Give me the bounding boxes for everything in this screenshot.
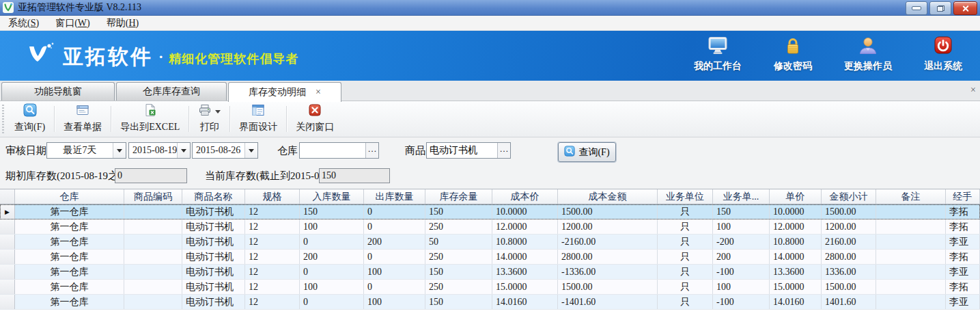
table-cell[interactable]: 150 (425, 204, 492, 219)
column-header[interactable]: 业务单... (713, 189, 770, 204)
table-cell[interactable]: 第一仓库 (15, 204, 124, 219)
table-cell[interactable] (876, 250, 946, 264)
table-cell[interactable]: 10.8000 (492, 235, 558, 249)
table-cell[interactable]: 李拓 (946, 250, 980, 264)
table-cell[interactable]: 电动订书机 (182, 265, 245, 279)
table-cell[interactable]: 200 (713, 250, 770, 264)
row-selector-cell[interactable] (0, 295, 15, 309)
table-cell[interactable]: 1500.00 (558, 204, 658, 219)
column-header[interactable]: 商品名称 (182, 189, 245, 204)
table-cell[interactable] (124, 250, 182, 264)
table-cell[interactable] (124, 265, 182, 279)
table-cell[interactable]: 150 (713, 204, 770, 219)
table-cell[interactable]: 1500.00 (822, 280, 876, 294)
table-cell[interactable]: 1401.60 (822, 295, 876, 309)
table-cell[interactable]: 第一仓库 (15, 280, 124, 294)
lookup-ellipsis-button[interactable]: … (497, 143, 510, 158)
table-cell[interactable]: 14.0000 (492, 250, 558, 264)
product-input[interactable] (427, 143, 497, 158)
table-cell[interactable]: 第一仓库 (15, 235, 124, 249)
row-selector-cell[interactable] (0, 250, 15, 264)
table-cell[interactable]: 电动订书机 (182, 235, 245, 249)
table-cell[interactable]: 0 (300, 235, 364, 249)
chevron-down-icon[interactable] (215, 110, 221, 114)
table-cell[interactable]: 13.3600 (770, 265, 822, 279)
menu-system[interactable]: 系统(S) (0, 16, 47, 30)
toolbar-grip[interactable] (1, 105, 5, 133)
table-cell[interactable]: 2800.00 (822, 250, 876, 264)
dropdown-button[interactable] (113, 143, 126, 158)
date-from-combobox[interactable]: 2015-08-19 (128, 142, 191, 159)
row-selector-cell[interactable]: ▶ (0, 204, 15, 219)
table-cell[interactable]: 12.0000 (492, 219, 558, 234)
table-cell[interactable]: 只 (658, 295, 713, 309)
table-cell[interactable]: 电动订书机 (182, 204, 245, 219)
ui-design-button[interactable]: 界面设计 (231, 101, 285, 137)
tab-close-icon[interactable]: × (316, 88, 321, 97)
column-header[interactable]: 金额小计 (822, 189, 876, 204)
query-button[interactable]: 查询(F) (6, 101, 53, 137)
table-cell[interactable]: 只 (658, 265, 713, 279)
row-selector-cell[interactable] (0, 219, 15, 234)
table-cell[interactable]: 15.0000 (492, 280, 558, 294)
table-cell[interactable]: 10.0000 (492, 204, 558, 219)
table-cell[interactable]: 2800.00 (558, 250, 658, 264)
export-excel-button[interactable]: 导出到EXCEL (112, 101, 188, 137)
table-cell[interactable]: 12 (245, 280, 300, 294)
change-password-button[interactable]: 修改密码 (766, 36, 820, 72)
table-cell[interactable]: 12.0000 (770, 219, 822, 234)
column-header[interactable]: 经手 (946, 189, 980, 204)
table-cell[interactable]: 10.0000 (770, 204, 822, 219)
table-cell[interactable]: 12 (245, 265, 300, 279)
table-cell[interactable]: 电动订书机 (182, 250, 245, 264)
table-cell[interactable]: 只 (658, 204, 713, 219)
table-cell[interactable]: 第一仓库 (15, 250, 124, 264)
column-header[interactable]: 仓库 (15, 189, 124, 204)
table-cell[interactable]: 100 (364, 295, 425, 309)
warehouse-input[interactable] (300, 143, 365, 158)
table-row[interactable]: 第一仓库电动订书机12010015014.0160-1401.60只-10014… (0, 295, 980, 310)
table-cell[interactable]: -100 (713, 295, 770, 309)
table-cell[interactable]: 只 (658, 250, 713, 264)
table-cell[interactable]: 13.3600 (492, 265, 558, 279)
table-cell[interactable]: 李拓 (946, 219, 980, 234)
table-cell[interactable]: 250 (425, 219, 492, 234)
table-cell[interactable]: 第一仓库 (15, 219, 124, 234)
table-cell[interactable]: 14.0160 (770, 295, 822, 309)
table-row[interactable]: 第一仓库电动订书机1202005010.8000-2160.00只-20010.… (0, 235, 980, 250)
exit-system-button[interactable]: 退出系统 (916, 36, 970, 72)
table-cell[interactable]: 12 (245, 250, 300, 264)
tab-stock-movement[interactable]: 库存变动明细 × (228, 82, 341, 102)
column-header[interactable]: 商品编码 (124, 189, 182, 204)
table-cell[interactable]: 1200.00 (558, 219, 658, 234)
table-cell[interactable]: 只 (658, 235, 713, 249)
table-cell[interactable]: 14.0160 (492, 295, 558, 309)
table-row[interactable]: 第一仓库电动订书机12010015013.3600-1336.00只-10013… (0, 265, 980, 280)
table-cell[interactable]: 14.0000 (770, 250, 822, 264)
table-cell[interactable]: 0 (364, 280, 425, 294)
table-cell[interactable] (124, 280, 182, 294)
column-header[interactable]: 入库数量 (300, 189, 364, 204)
table-row[interactable]: 第一仓库电动订书机12200025014.00002800.00只20014.0… (0, 250, 980, 265)
column-header[interactable]: 规格 (245, 189, 300, 204)
column-header[interactable]: 出库数量 (364, 189, 425, 204)
table-cell[interactable]: 只 (658, 280, 713, 294)
table-cell[interactable] (876, 295, 946, 309)
tab-warehouse-stock[interactable]: 仓库库存查询 (116, 82, 227, 101)
table-cell[interactable]: 1200.00 (822, 219, 876, 234)
table-cell[interactable]: 200 (364, 235, 425, 249)
restore-button[interactable] (929, 1, 951, 15)
table-cell[interactable]: 第一仓库 (15, 265, 124, 279)
close-window-button[interactable]: 关闭窗口 (288, 101, 342, 137)
table-row[interactable]: ▶第一仓库电动订书机12150015010.00001500.00只15010.… (0, 204, 980, 219)
table-cell[interactable]: 250 (425, 250, 492, 264)
table-cell[interactable]: -200 (713, 235, 770, 249)
table-cell[interactable]: 0 (364, 250, 425, 264)
table-cell[interactable] (876, 235, 946, 249)
column-header[interactable]: 业务单位 (658, 189, 713, 204)
table-cell[interactable] (876, 280, 946, 294)
column-header[interactable]: 成本价 (492, 189, 558, 204)
table-row[interactable]: 第一仓库电动订书机12100025015.00001500.00只10015.0… (0, 280, 980, 295)
table-cell[interactable]: 0 (300, 295, 364, 309)
table-cell[interactable]: 250 (425, 280, 492, 294)
